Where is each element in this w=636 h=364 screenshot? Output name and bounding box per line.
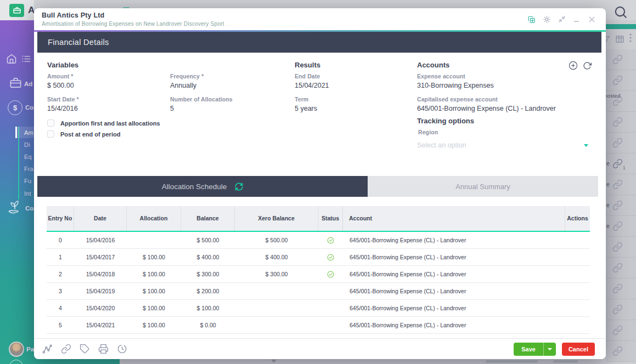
cell-balance: $ 300.00 xyxy=(181,266,235,282)
cell-status xyxy=(318,232,343,248)
link-icon xyxy=(612,325,623,335)
settings-gear-icon[interactable] xyxy=(543,15,551,24)
print-icon[interactable] xyxy=(98,344,109,354)
region-label: Region xyxy=(418,129,438,135)
end-date-label: End Date xyxy=(295,73,320,79)
cell-xero-balance: $ 400.00 xyxy=(235,249,318,265)
table-header-row: Entry No Date Allocation Balance Xero Ba… xyxy=(47,206,590,231)
frequency-field[interactable]: Annually xyxy=(170,82,196,89)
sidebar-item-label-fragment[interactable]: Co xyxy=(25,205,33,212)
expense-account-field[interactable]: 310-Borrowing Expenses xyxy=(417,82,494,89)
col-header-account: Account xyxy=(343,206,565,231)
amount-label: Amount * xyxy=(47,73,73,79)
cell-allocation: $ 100.00 xyxy=(127,266,181,282)
link-icon xyxy=(612,346,623,356)
cell-date: 15/04/2020 xyxy=(74,300,127,316)
region-select[interactable]: Select an option xyxy=(417,141,466,149)
background-row xyxy=(606,237,636,258)
start-date-field[interactable]: 15/4/2016 xyxy=(47,105,78,112)
cell-status xyxy=(318,283,343,299)
cell-allocation: $ 100.00 xyxy=(127,283,181,299)
tag-icon[interactable] xyxy=(80,344,90,354)
minimize-icon[interactable] xyxy=(573,15,581,23)
cell-entry-no: 4 xyxy=(47,300,74,316)
table-row[interactable]: 0 15/04/2016 $ 500.00 $ 500.00 645/001-B… xyxy=(47,232,590,249)
home-icon[interactable] xyxy=(6,53,17,64)
modal-subtitle: Amortisation of Borrowing Expenses on Ne… xyxy=(42,21,224,27)
background-row xyxy=(606,258,636,278)
background-text-blur xyxy=(553,360,578,363)
cell-balance: $ 500.00 xyxy=(181,232,235,248)
search-icon[interactable] xyxy=(614,5,628,19)
cell-actions xyxy=(565,317,590,333)
background-row xyxy=(606,299,636,320)
table-row[interactable]: 1 15/04/2017 $ 100.00 $ 400.00 $ 400.00 … xyxy=(47,249,590,266)
posted-check-icon xyxy=(327,254,334,261)
avatar[interactable] xyxy=(9,342,24,357)
columns-icon[interactable] xyxy=(615,35,624,44)
table-row[interactable]: 3 15/04/2019 $ 100.00 $ 200.00 645/001-B… xyxy=(47,283,590,300)
sidebar-item-label-fragment[interactable]: Co xyxy=(25,104,33,111)
cell-actions xyxy=(565,232,590,248)
cell-status xyxy=(318,266,343,282)
refresh-schedule-icon[interactable] xyxy=(235,183,243,191)
hand-plant-icon[interactable] xyxy=(7,199,23,215)
section-header: Financial Details xyxy=(37,32,601,53)
allocations-label: Number of Allocations xyxy=(170,96,233,103)
cancel-button[interactable]: Cancel xyxy=(562,343,595,356)
modal-title: Bull Antics Pty Ltd xyxy=(42,12,224,19)
cell-date: 15/04/2021 xyxy=(74,317,127,333)
cell-allocation: $ 100.00 xyxy=(127,249,181,265)
dollar-icon[interactable]: $ xyxy=(8,100,22,115)
close-icon[interactable] xyxy=(588,15,596,24)
post-at-end-checkbox[interactable] xyxy=(47,130,54,138)
table-row[interactable]: 5 15/04/2021 $ 100.00 $ 0.00 645/001-Bor… xyxy=(47,317,590,334)
link-icon xyxy=(612,158,623,169)
link-icon xyxy=(612,263,623,273)
modal-footer: Save Cancel xyxy=(34,338,606,359)
background-row: e xyxy=(606,174,636,195)
cell-balance: $ 200.00 xyxy=(181,283,235,299)
allocations-field[interactable]: 5 xyxy=(170,105,174,112)
app-logo[interactable]: A xyxy=(0,0,34,20)
capitalised-account-label: Capitalised expense account xyxy=(417,96,498,103)
link-icon xyxy=(612,75,623,86)
link-icon[interactable] xyxy=(61,344,71,354)
allocation-table: Entry No Date Allocation Balance Xero Ba… xyxy=(47,206,590,334)
sidebar-item-label-fragment[interactable]: Ad xyxy=(24,81,32,87)
background-row: posted xyxy=(606,91,636,112)
kebab-menu-icon[interactable] xyxy=(629,33,632,44)
col-header-allocation: Allocation xyxy=(127,206,181,231)
add-account-icon[interactable] xyxy=(569,61,578,70)
table-row[interactable]: 4 15/04/2020 $ 100.00 $ 100.00 645/001-B… xyxy=(47,300,590,317)
save-button[interactable]: Save xyxy=(514,343,556,356)
cell-status xyxy=(318,317,343,333)
tab-annual-summary[interactable]: Annual Summary xyxy=(368,176,598,197)
list-icon[interactable] xyxy=(21,54,31,64)
cell-balance: $ 100.00 xyxy=(181,300,235,316)
save-options-caret-icon[interactable] xyxy=(543,343,556,356)
duplicate-icon[interactable] xyxy=(527,15,536,24)
cell-xero-balance xyxy=(235,283,318,299)
tab-allocation-schedule[interactable]: Allocation Schedule xyxy=(37,176,368,197)
start-date-label: Start Date * xyxy=(47,96,79,103)
expense-account-label: Expense account xyxy=(417,73,465,79)
amount-field[interactable]: $ 500.00 xyxy=(47,82,74,89)
briefcase-icon[interactable] xyxy=(9,77,22,89)
capitalised-account-field[interactable]: 645/001-Borrowing Expense (CL) - Landrov… xyxy=(417,105,556,112)
cell-actions xyxy=(565,249,590,265)
background-row: e xyxy=(606,195,636,216)
background-row xyxy=(606,112,636,133)
cell-status xyxy=(318,300,343,316)
history-icon[interactable] xyxy=(117,344,127,354)
refresh-accounts-icon[interactable] xyxy=(583,61,592,70)
select-caret-icon[interactable] xyxy=(584,144,588,147)
insights-icon[interactable] xyxy=(42,344,53,355)
collapse-icon[interactable] xyxy=(558,15,566,23)
posted-check-icon xyxy=(327,271,334,278)
accounts-heading: Accounts xyxy=(417,61,449,69)
help-icon[interactable]: ? xyxy=(9,360,23,364)
apportion-checkbox[interactable] xyxy=(47,120,54,127)
table-row[interactable]: 2 15/04/2018 $ 100.00 $ 300.00 $ 300.00 … xyxy=(47,266,590,283)
schedule-tabs: Allocation Schedule Annual Summary xyxy=(37,176,598,197)
